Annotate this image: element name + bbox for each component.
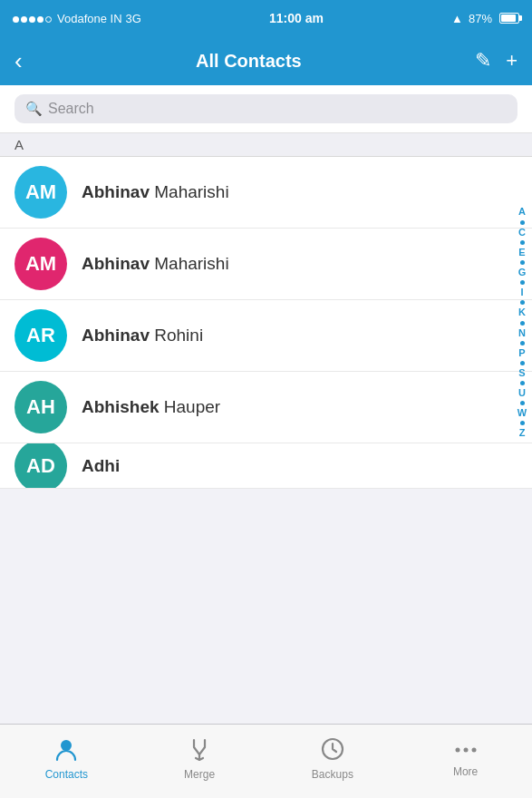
contact-name: Abhinav Rohini bbox=[82, 326, 203, 345]
nav-bar: ‹ All Contacts ✎ + bbox=[0, 36, 532, 85]
alpha-dot bbox=[520, 361, 525, 365]
alpha-P[interactable]: P bbox=[518, 347, 525, 359]
backups-icon bbox=[320, 736, 345, 765]
avatar: AD bbox=[15, 443, 67, 489]
avatar: AR bbox=[15, 309, 67, 362]
network-label: 3G bbox=[126, 12, 141, 25]
search-icon: 🔍 bbox=[25, 101, 43, 117]
contact-list: AM Abhinav Maharishi AM Abhinav Maharish… bbox=[0, 157, 532, 489]
alpha-dot bbox=[520, 240, 525, 245]
search-bar: 🔍 Search bbox=[0, 85, 532, 133]
page-title: All Contacts bbox=[196, 51, 302, 72]
time-label: 11:00 am bbox=[269, 11, 324, 25]
tab-backups[interactable]: Backups bbox=[266, 725, 400, 798]
list-item[interactable]: AR Abhinav Rohini bbox=[0, 300, 532, 372]
alpha-K[interactable]: K bbox=[518, 307, 526, 318]
contact-name: Abhinav Maharishi bbox=[82, 254, 229, 274]
main-content: 🔍 Search A AM Abhinav Maharishi AM Abhin… bbox=[0, 85, 532, 724]
search-placeholder: Search bbox=[48, 101, 94, 117]
avatar: AH bbox=[15, 381, 67, 433]
tab-contacts-label: Contacts bbox=[45, 768, 88, 781]
add-button[interactable]: + bbox=[506, 49, 517, 73]
location-icon: ▲ bbox=[451, 12, 463, 25]
alpha-dot bbox=[520, 280, 525, 285]
section-header-a: A bbox=[0, 133, 532, 157]
alpha-dot bbox=[520, 341, 525, 345]
nav-actions: ✎ + bbox=[475, 49, 517, 73]
edit-button[interactable]: ✎ bbox=[475, 49, 491, 73]
battery-icon bbox=[499, 13, 519, 24]
tab-more[interactable]: More bbox=[399, 725, 532, 798]
alpha-dot bbox=[520, 321, 525, 326]
alpha-U[interactable]: U bbox=[518, 387, 526, 399]
list-item[interactable]: AH Abhishek Hauper bbox=[0, 372, 532, 443]
status-bar: Vodafone IN 3G 11:00 am ▲ 87% bbox=[0, 0, 532, 36]
svg-point-0 bbox=[61, 740, 72, 751]
alpha-E[interactable]: E bbox=[518, 247, 525, 258]
alpha-G[interactable]: G bbox=[518, 267, 527, 278]
more-icon bbox=[453, 739, 479, 763]
tab-bar: Contacts Merge Backups bbox=[0, 724, 532, 798]
tab-backups-label: Backups bbox=[312, 768, 353, 781]
alpha-W[interactable]: W bbox=[517, 407, 527, 419]
alpha-dot bbox=[520, 260, 525, 265]
alpha-N[interactable]: N bbox=[518, 327, 526, 339]
alpha-S[interactable]: S bbox=[518, 367, 525, 379]
svg-point-3 bbox=[463, 748, 468, 753]
back-button[interactable]: ‹ bbox=[15, 47, 23, 75]
avatar: AM bbox=[15, 166, 67, 219]
alpha-dot bbox=[520, 401, 525, 405]
tab-merge[interactable]: Merge bbox=[133, 725, 266, 798]
alpha-dot bbox=[520, 421, 525, 425]
merge-icon bbox=[187, 736, 212, 765]
alpha-C[interactable]: C bbox=[518, 227, 526, 238]
alpha-dot bbox=[520, 300, 525, 305]
tab-merge-label: Merge bbox=[184, 768, 215, 781]
avatar: AM bbox=[15, 238, 67, 290]
list-item[interactable]: AM Abhinav Maharishi bbox=[0, 229, 532, 300]
alpha-Z[interactable]: Z bbox=[519, 427, 526, 439]
list-item[interactable]: AM Abhinav Maharishi bbox=[0, 157, 532, 229]
contacts-icon bbox=[53, 736, 79, 765]
signal-dots bbox=[13, 12, 53, 25]
search-field[interactable]: 🔍 Search bbox=[15, 94, 517, 123]
list-item[interactable]: AD Adhi bbox=[0, 443, 532, 489]
svg-point-2 bbox=[455, 748, 459, 753]
status-right: ▲ 87% bbox=[451, 12, 519, 25]
tab-contacts[interactable]: Contacts bbox=[0, 725, 133, 798]
status-left: Vodafone IN 3G bbox=[13, 12, 141, 25]
tab-more-label: More bbox=[453, 765, 478, 778]
alpha-dot bbox=[520, 381, 525, 385]
alpha-I[interactable]: I bbox=[520, 287, 523, 298]
svg-point-4 bbox=[471, 748, 476, 753]
contact-name: Abhinav Maharishi bbox=[82, 182, 229, 202]
alpha-A[interactable]: A bbox=[518, 206, 526, 218]
alphabet-index: A C E G I K N P S U W Z bbox=[512, 157, 532, 489]
contact-name: Abhishek Hauper bbox=[82, 397, 220, 417]
battery-percent: 87% bbox=[469, 12, 492, 25]
alpha-dot bbox=[520, 220, 525, 225]
carrier-label: Vodafone IN bbox=[57, 12, 122, 25]
contact-name: Adhi bbox=[82, 456, 120, 476]
